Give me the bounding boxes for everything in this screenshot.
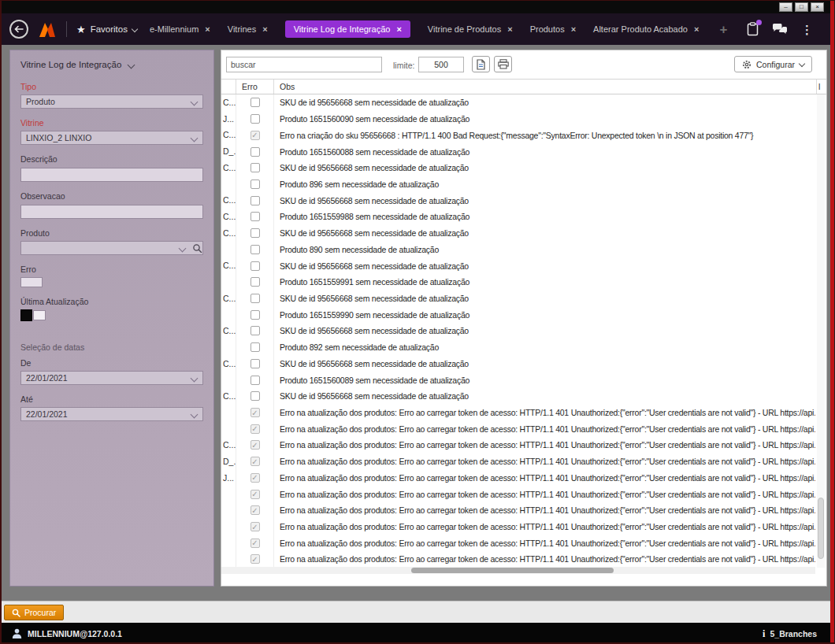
col-erro-header[interactable]: Erro bbox=[236, 80, 274, 94]
export-button[interactable] bbox=[472, 56, 490, 72]
table-row[interactable]: C...Erro na criação do sku 95656668 : HT… bbox=[221, 127, 815, 143]
horizontal-scrollbar[interactable] bbox=[221, 567, 815, 574]
erro-checkbox[interactable] bbox=[250, 473, 260, 483]
table-row[interactable]: J...Erro na atualização dos produtos: Er… bbox=[221, 470, 815, 487]
messages-button[interactable] bbox=[772, 23, 788, 35]
erro-checkbox[interactable] bbox=[250, 196, 260, 205]
clipboard-button[interactable] bbox=[747, 22, 759, 36]
table-row[interactable]: J...Produto 1651560090 sem necessidade d… bbox=[221, 111, 815, 128]
ate-date-select[interactable]: 22/01/2021 bbox=[20, 407, 203, 421]
sidebar-title[interactable]: Vitrine Log de Integração bbox=[10, 50, 213, 69]
erro-checkbox[interactable] bbox=[250, 326, 260, 335]
erro-checkbox[interactable] bbox=[250, 212, 260, 221]
col-obs-header[interactable]: Obs bbox=[274, 80, 816, 94]
table-row[interactable]: C...Erro na atualização dos produtos: Er… bbox=[221, 437, 815, 453]
erro-checkbox[interactable] bbox=[250, 228, 260, 238]
erro-checkbox[interactable] bbox=[250, 342, 260, 352]
tab-close-icon[interactable]: × bbox=[205, 25, 210, 34]
erro-checkbox[interactable] bbox=[250, 359, 260, 368]
tab-produtos[interactable]: Produtos× bbox=[530, 24, 576, 34]
print-button[interactable] bbox=[494, 56, 512, 72]
erro-checkbox[interactable] bbox=[250, 522, 260, 531]
descricao-input[interactable] bbox=[20, 168, 203, 182]
tab-close-icon[interactable]: × bbox=[396, 25, 401, 34]
table-row[interactable]: Erro na atualização dos produtos: Erro a… bbox=[221, 551, 815, 568]
table-row[interactable]: Produto 1651559991 sem necessidade de at… bbox=[221, 274, 815, 291]
tab-close-icon[interactable]: × bbox=[571, 25, 576, 34]
table-row[interactable]: Produto 890 sem necessidade de atualizaç… bbox=[221, 241, 815, 257]
table-row[interactable]: C...SKU de id 95656668 sem necessidade d… bbox=[221, 323, 815, 339]
erro-checkbox[interactable] bbox=[250, 554, 260, 564]
millennium-logo-icon[interactable] bbox=[38, 21, 57, 38]
vertical-scrollbar[interactable] bbox=[817, 94, 825, 568]
tab-close-icon[interactable]: × bbox=[262, 25, 267, 34]
produto-select[interactable] bbox=[20, 241, 203, 255]
table-row[interactable]: C...SKU de id 95656668 sem necessidade d… bbox=[221, 225, 815, 242]
table-row[interactable]: D_...Produto 1651560088 sem necessidade … bbox=[221, 143, 815, 160]
de-date-select[interactable]: 22/01/2021 bbox=[20, 371, 203, 385]
erro-checkbox[interactable] bbox=[250, 376, 260, 385]
table-row[interactable]: Erro na atualização dos produtos: Erro a… bbox=[221, 535, 815, 551]
back-button[interactable] bbox=[9, 20, 28, 39]
erro-checkbox[interactable] bbox=[250, 98, 260, 107]
tab-vitrine-log-de-integra-o[interactable]: Vitrine Log de Integração× bbox=[285, 20, 410, 38]
erro-checkbox[interactable] bbox=[250, 440, 260, 450]
table-row[interactable]: D_...Erro na atualização dos produtos: E… bbox=[221, 453, 815, 470]
erro-checkbox[interactable] bbox=[250, 539, 260, 548]
kebab-menu-icon[interactable]: ⋮ bbox=[801, 24, 813, 35]
erro-checkbox[interactable] bbox=[250, 277, 260, 287]
table-row[interactable]: Produto 892 sem necessidade de atualizaç… bbox=[221, 339, 815, 356]
configure-button[interactable]: Configurar bbox=[734, 56, 812, 72]
col-first-header[interactable] bbox=[221, 80, 236, 94]
favorites-button[interactable]: ★ Favoritos bbox=[76, 24, 137, 35]
tab-close-icon[interactable]: × bbox=[507, 25, 512, 34]
table-row[interactable]: C...SKU de id 95656668 sem necessidade d… bbox=[221, 192, 815, 209]
tab-alterar-produto-acabado[interactable]: Alterar Produto Acabado× bbox=[593, 24, 699, 34]
erro-checkbox[interactable] bbox=[250, 245, 260, 254]
observacao-input[interactable] bbox=[20, 205, 203, 219]
color-swatch[interactable] bbox=[20, 309, 32, 321]
erro-checkbox[interactable] bbox=[250, 294, 260, 303]
erro-checkbox[interactable] bbox=[250, 408, 260, 417]
table-row[interactable]: C...SKU de id 95656668 sem necessidade d… bbox=[221, 257, 815, 274]
table-row[interactable]: Produto 896 sem necessidade de atualizaç… bbox=[221, 176, 815, 193]
table-row[interactable]: C...SKU de id 95656668 sem necessidade d… bbox=[221, 291, 815, 307]
erro-checkbox[interactable] bbox=[250, 131, 260, 140]
table-row[interactable]: Erro na atualização dos produtos: Erro a… bbox=[221, 519, 815, 535]
minimize-button[interactable]: – bbox=[779, 2, 792, 12]
table-row[interactable]: C...SKU de id 95656668 sem necessidade d… bbox=[221, 94, 815, 111]
limit-input[interactable] bbox=[418, 57, 464, 72]
erro-checkbox[interactable] bbox=[250, 261, 260, 271]
erro-checkbox[interactable] bbox=[250, 457, 260, 466]
vertical-scroll-thumb[interactable] bbox=[818, 498, 824, 559]
search-input[interactable] bbox=[226, 57, 382, 72]
tab-close-icon[interactable]: × bbox=[694, 25, 699, 34]
table-row[interactable]: Erro na atualização dos produtos: Erro a… bbox=[221, 420, 815, 437]
erro-checkbox[interactable] bbox=[250, 147, 260, 157]
add-tab-button[interactable]: + bbox=[719, 23, 727, 36]
erro-checkbox[interactable] bbox=[250, 505, 260, 515]
erro-checkbox[interactable] bbox=[250, 114, 260, 124]
horizontal-scroll-thumb[interactable] bbox=[411, 568, 613, 573]
search-icon[interactable] bbox=[192, 243, 202, 254]
table-row[interactable]: Erro na atualização dos produtos: Erro a… bbox=[221, 405, 815, 421]
erro-checkbox[interactable] bbox=[250, 180, 260, 189]
table-row[interactable]: C...Produto 1651559988 sem necessidade d… bbox=[221, 209, 815, 225]
close-button[interactable]: × bbox=[811, 2, 824, 12]
table-row[interactable]: Erro na atualização dos produtos: Erro a… bbox=[221, 486, 815, 502]
erro-checkbox[interactable] bbox=[250, 490, 260, 499]
erro-checkbox[interactable] bbox=[250, 391, 260, 401]
table-row[interactable]: Erro na atualização dos produtos: Erro a… bbox=[221, 502, 815, 519]
tab-vitrines[interactable]: Vitrines× bbox=[228, 24, 268, 34]
table-row[interactable]: C...SKU de id 95656668 sem necessidade d… bbox=[221, 160, 815, 176]
table-row[interactable]: Produto 1651560089 sem necessidade de at… bbox=[221, 372, 815, 388]
tipo-select[interactable]: Produto bbox=[20, 94, 203, 109]
ultima-atualizacao-box[interactable] bbox=[33, 310, 46, 320]
maximize-button[interactable]: □ bbox=[795, 2, 808, 12]
table-row[interactable]: C...SKU de id 95656668 sem necessidade d… bbox=[221, 356, 815, 372]
tab-e-millennium[interactable]: e-Millennium× bbox=[150, 24, 210, 34]
erro-checkbox[interactable] bbox=[250, 163, 260, 172]
erro-checkbox[interactable] bbox=[250, 424, 260, 434]
branches-indicator[interactable]: i 5_Branches bbox=[763, 628, 817, 640]
table-row[interactable]: Produto 1651559990 sem necessidade de at… bbox=[221, 306, 815, 323]
